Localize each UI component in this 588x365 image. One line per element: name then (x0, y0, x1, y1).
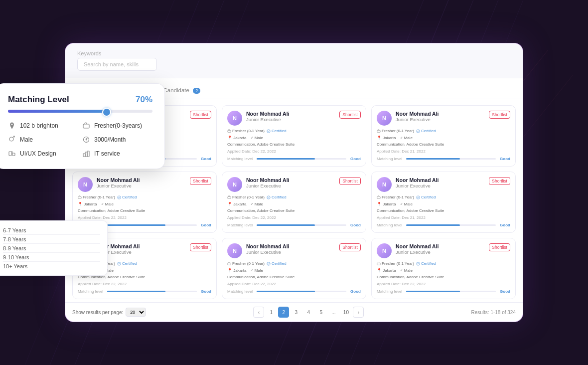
page-1-button[interactable]: 1 (266, 307, 277, 318)
gender-label: ♂ Male (250, 202, 263, 206)
matching-title: Matching Level (8, 95, 69, 105)
matching-level-text: Good (350, 223, 361, 227)
card-tags: Fresher (0-1 Year) Certified (227, 195, 361, 199)
matching-mini-fill (406, 291, 460, 292)
gender-label: ♂ Male (400, 202, 413, 206)
card-header: N Noor Mohmad Ali Junior Executive Short… (377, 177, 510, 192)
svg-point-24 (417, 129, 420, 132)
matching-percent: 70% (136, 95, 152, 105)
card-tags: Fresher (0-1 Year) Certified (78, 195, 211, 199)
matching-mini-fill (107, 291, 165, 292)
page-10-button[interactable]: 10 (340, 307, 351, 318)
card-location: 📍 Jakarta ♂ Male (78, 202, 211, 206)
card-tags: Fresher (0-1 Year) Certified (227, 261, 361, 266)
candidate-name: Noor Mohmad Ali (246, 177, 335, 183)
svg-point-22 (267, 129, 270, 132)
location-label: 📍 Jakarta (78, 202, 97, 206)
avatar: N (227, 111, 242, 126)
location-label: 📍 Jakarta (377, 202, 396, 206)
svg-rect-27 (228, 196, 231, 198)
shortlist-button[interactable]: Shortlist (190, 111, 211, 119)
gender-label: ♂ Male (400, 136, 413, 140)
card-applied-date: Applied Date: Dec 22, 2022 (78, 215, 211, 220)
svg-rect-35 (377, 263, 380, 265)
matching-bar-fill (8, 110, 109, 113)
location-label: 📍 Jakarta (227, 202, 246, 206)
card-location: 📍 Jakarta ♂ Male (227, 268, 361, 273)
card-header: N Noor Mohmad Ali Junior Executive Short… (227, 243, 361, 258)
candidate-role: Junior Executive (246, 117, 335, 122)
prev-page-button[interactable]: ‹ (253, 307, 264, 318)
matching-level-text: Good (201, 223, 211, 227)
svg-point-34 (267, 262, 270, 265)
exp-item-3: 8-9 Years (3, 244, 100, 253)
gender-label: ♂ Male (400, 268, 413, 273)
matching-mini-bar (107, 224, 197, 226)
salary-icon (82, 136, 90, 144)
page-3-button[interactable]: 3 (291, 307, 301, 318)
app-header: Keywords Search by name, skills (65, 43, 523, 78)
card-footer: Matching level Good (377, 157, 510, 161)
candidate-card: N Noor Mohmad Ali Junior Executive Short… (371, 105, 516, 167)
shortlist-button[interactable]: Shortlist (339, 111, 361, 119)
shortlist-button[interactable]: Shortlist (489, 243, 510, 251)
card-applied-date: Applied Date: Dec 22, 2022 (227, 215, 361, 220)
shortlist-button[interactable]: Shortlist (190, 243, 211, 251)
shortlist-button[interactable]: Shortlist (339, 243, 361, 251)
matching-label: Matching level (78, 289, 103, 294)
matching-mini-fill (107, 224, 165, 226)
page-...-button[interactable]: ... (328, 307, 339, 318)
experience-tag: Fresher (0-1 Year) (227, 261, 265, 266)
search-box[interactable]: Search by name, skills (77, 58, 157, 71)
candidate-card: N Noor Mohmad Ali Junior Executive Short… (222, 238, 366, 299)
candidate-role: Junior Executive (396, 117, 485, 122)
gender-info: Male (8, 136, 78, 144)
shortlist-button[interactable]: Shortlist (339, 177, 361, 185)
card-info: Noor Mohmad Ali Junior Executive (396, 243, 485, 255)
verified-tag: Certified (117, 195, 137, 199)
card-location: 📍 Jakarta ♂ Male (227, 202, 361, 206)
page-2-button[interactable]: 2 (278, 307, 289, 318)
card-footer: Matching level Good (227, 289, 361, 294)
avatar: N (377, 177, 392, 192)
experience-text: Fresher(0-3years) (94, 122, 142, 129)
gender-label: ♂ Male (250, 268, 263, 273)
shortlist-button[interactable]: Shortlist (489, 177, 510, 185)
card-skills: Communication, Adobe Creative Suite (227, 208, 361, 213)
shortlist-button[interactable]: Shortlist (489, 111, 510, 119)
card-header: N Noor Mohmad Ali Junior Executive Short… (78, 177, 211, 192)
card-tags: Fresher (0-1 Year) Certified (377, 129, 510, 133)
svg-point-12 (9, 137, 13, 141)
svg-point-36 (417, 262, 420, 265)
card-skills: Communication, Adobe Creative Suite (78, 208, 211, 213)
card-applied-date: Applied Date: Dec 22, 2022 (227, 282, 361, 286)
exp-item-5: 10+ Years (3, 262, 100, 270)
shortlist-button[interactable]: Shortlist (190, 177, 211, 185)
card-skills: Communication, Adobe Creative Suite (227, 275, 361, 279)
card-tags: Fresher (0-1 Year) Certified (377, 195, 510, 199)
briefcase-icon (82, 122, 90, 130)
industry-icon (82, 150, 90, 158)
verified-tag: Certified (267, 195, 287, 199)
svg-rect-17 (85, 152, 87, 157)
card-info: Noor Mohmad Ali Junior Executive (246, 243, 335, 255)
page-5-button[interactable]: 5 (315, 307, 326, 318)
verified-tag: Certified (267, 129, 287, 133)
card-footer: Matching level Good (377, 223, 510, 227)
next-page-button[interactable]: › (353, 307, 364, 318)
page-4-button[interactable]: 4 (303, 307, 314, 318)
card-applied-date: Applied Date: Dec 22, 2022 (377, 282, 510, 286)
matching-level-text: Good (350, 289, 361, 294)
experience-tag: Fresher (0-1 Year) (78, 195, 115, 199)
gender-label: ♂ Male (250, 136, 263, 140)
svg-rect-16 (83, 154, 85, 157)
salary-info: 3000/Month (82, 136, 152, 144)
candidate-info-grid: 102 b brighton Fresher(0-3years) Male (8, 122, 152, 158)
matching-level-card: Matching Level 70% 102 b brighton Freshe… (0, 83, 165, 169)
location-label: 📍 Jakarta (377, 136, 396, 140)
per-page-select[interactable]: 20 10 50 (126, 308, 146, 317)
main-card: Matching Level 70% 102 b brighton Freshe… (65, 43, 523, 322)
keywords-label: Keywords (77, 50, 157, 56)
card-footer: Matching level Good (377, 289, 510, 294)
svg-rect-15 (12, 153, 15, 156)
